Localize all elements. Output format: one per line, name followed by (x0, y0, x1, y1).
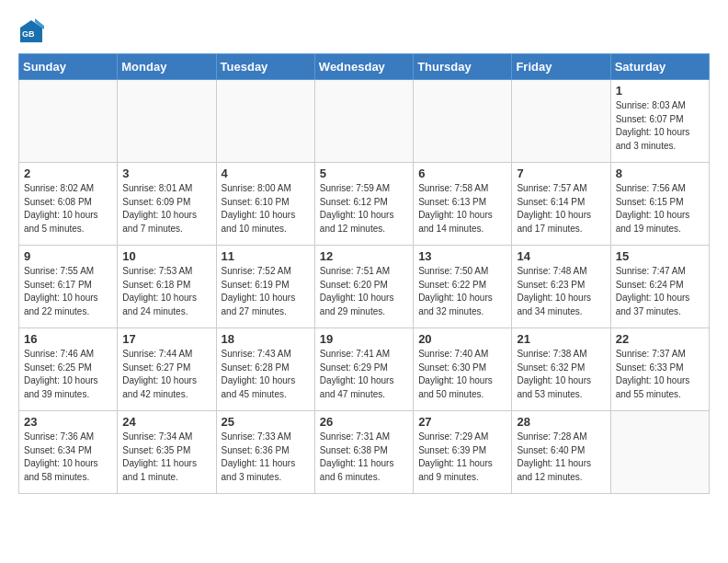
calendar-day-cell: 6Sunrise: 7:58 AM Sunset: 6:13 PM Daylig… (414, 163, 512, 246)
day-number: 19 (320, 332, 408, 346)
day-info: Sunrise: 7:28 AM Sunset: 6:40 PM Dayligh… (517, 431, 605, 484)
calendar-day-cell: 25Sunrise: 7:33 AM Sunset: 6:36 PM Dayli… (216, 411, 314, 494)
calendar-day-cell: 27Sunrise: 7:29 AM Sunset: 6:39 PM Dayli… (414, 411, 512, 494)
day-number: 10 (122, 249, 210, 263)
day-info: Sunrise: 7:48 AM Sunset: 6:23 PM Dayligh… (517, 265, 605, 318)
day-number: 2 (24, 167, 112, 180)
day-number: 16 (24, 332, 112, 346)
day-info: Sunrise: 7:40 AM Sunset: 6:30 PM Dayligh… (418, 348, 506, 401)
calendar-week-row: 16Sunrise: 7:46 AM Sunset: 6:25 PM Dayli… (19, 328, 710, 411)
day-info: Sunrise: 7:47 AM Sunset: 6:24 PM Dayligh… (616, 265, 704, 318)
calendar-day-cell (414, 80, 512, 163)
calendar-day-cell: 17Sunrise: 7:44 AM Sunset: 6:27 PM Dayli… (118, 328, 216, 411)
calendar-day-cell: 1Sunrise: 8:03 AM Sunset: 6:07 PM Daylig… (610, 80, 709, 163)
day-number: 3 (122, 167, 210, 180)
day-number: 23 (24, 415, 112, 429)
day-number: 4 (222, 167, 310, 180)
calendar-day-cell: 19Sunrise: 7:41 AM Sunset: 6:29 PM Dayli… (314, 328, 413, 411)
calendar-day-cell: 3Sunrise: 8:01 AM Sunset: 6:09 PM Daylig… (118, 163, 216, 246)
calendar-day-cell: 13Sunrise: 7:50 AM Sunset: 6:22 PM Dayli… (414, 246, 512, 328)
day-info: Sunrise: 8:02 AM Sunset: 6:08 PM Dayligh… (24, 182, 112, 236)
header: GB (18, 18, 710, 44)
day-number: 28 (517, 415, 605, 429)
calendar-day-cell: 14Sunrise: 7:48 AM Sunset: 6:23 PM Dayli… (512, 246, 610, 328)
day-info: Sunrise: 7:31 AM Sunset: 6:38 PM Dayligh… (320, 431, 408, 484)
day-number: 25 (222, 415, 310, 429)
calendar-week-row: 2Sunrise: 8:02 AM Sunset: 6:08 PM Daylig… (19, 163, 710, 246)
day-info: Sunrise: 7:43 AM Sunset: 6:28 PM Dayligh… (222, 348, 310, 401)
calendar-day-cell: 22Sunrise: 7:37 AM Sunset: 6:33 PM Dayli… (610, 328, 709, 411)
day-number: 15 (616, 249, 704, 263)
day-number: 24 (122, 415, 210, 429)
generalblue-logo-icon: GB (18, 18, 44, 44)
day-number: 26 (320, 415, 408, 429)
calendar-day-cell: 23Sunrise: 7:36 AM Sunset: 6:34 PM Dayli… (19, 411, 118, 494)
svg-text:GB: GB (22, 29, 35, 39)
weekday-header-monday: Monday (118, 54, 216, 80)
day-number: 9 (24, 249, 112, 263)
day-number: 5 (320, 167, 408, 180)
day-number: 6 (418, 167, 506, 180)
day-number: 17 (122, 332, 210, 346)
day-info: Sunrise: 7:59 AM Sunset: 6:12 PM Dayligh… (320, 182, 408, 236)
calendar-day-cell (610, 411, 709, 494)
calendar-day-cell: 4Sunrise: 8:00 AM Sunset: 6:10 PM Daylig… (216, 163, 314, 246)
calendar-table: SundayMondayTuesdayWednesdayThursdayFrid… (18, 53, 710, 494)
day-number: 13 (418, 249, 506, 263)
calendar-day-cell (19, 80, 118, 163)
day-info: Sunrise: 7:53 AM Sunset: 6:18 PM Dayligh… (122, 265, 210, 318)
day-number: 20 (418, 332, 506, 346)
calendar-day-cell (118, 80, 216, 163)
calendar-day-cell: 2Sunrise: 8:02 AM Sunset: 6:08 PM Daylig… (19, 163, 118, 246)
day-info: Sunrise: 8:03 AM Sunset: 6:07 PM Dayligh… (616, 99, 704, 153)
day-info: Sunrise: 7:50 AM Sunset: 6:22 PM Dayligh… (418, 265, 506, 318)
calendar-day-cell: 21Sunrise: 7:38 AM Sunset: 6:32 PM Dayli… (512, 328, 610, 411)
calendar-day-cell: 18Sunrise: 7:43 AM Sunset: 6:28 PM Dayli… (216, 328, 314, 411)
calendar-day-cell: 8Sunrise: 7:56 AM Sunset: 6:15 PM Daylig… (610, 163, 709, 246)
day-info: Sunrise: 7:38 AM Sunset: 6:32 PM Dayligh… (517, 348, 605, 401)
calendar-day-cell: 16Sunrise: 7:46 AM Sunset: 6:25 PM Dayli… (19, 328, 118, 411)
calendar-day-cell: 11Sunrise: 7:52 AM Sunset: 6:19 PM Dayli… (216, 246, 314, 328)
calendar-week-row: 1Sunrise: 8:03 AM Sunset: 6:07 PM Daylig… (19, 80, 710, 163)
day-info: Sunrise: 7:41 AM Sunset: 6:29 PM Dayligh… (320, 348, 408, 401)
day-number: 27 (418, 415, 506, 429)
day-info: Sunrise: 7:33 AM Sunset: 6:36 PM Dayligh… (222, 431, 310, 484)
day-number: 1 (616, 84, 704, 98)
day-number: 14 (517, 249, 605, 263)
day-number: 18 (222, 332, 310, 346)
day-number: 22 (616, 332, 704, 346)
day-info: Sunrise: 7:44 AM Sunset: 6:27 PM Dayligh… (122, 348, 210, 401)
day-info: Sunrise: 7:56 AM Sunset: 6:15 PM Dayligh… (616, 182, 704, 236)
day-info: Sunrise: 7:58 AM Sunset: 6:13 PM Dayligh… (418, 182, 506, 236)
day-info: Sunrise: 8:01 AM Sunset: 6:09 PM Dayligh… (122, 182, 210, 236)
weekday-header-friday: Friday (512, 54, 610, 80)
day-info: Sunrise: 7:37 AM Sunset: 6:33 PM Dayligh… (616, 348, 704, 401)
day-info: Sunrise: 8:00 AM Sunset: 6:10 PM Dayligh… (222, 182, 310, 236)
calendar-day-cell (216, 80, 314, 163)
weekday-header-sunday: Sunday (19, 54, 118, 80)
calendar-day-cell: 10Sunrise: 7:53 AM Sunset: 6:18 PM Dayli… (118, 246, 216, 328)
day-info: Sunrise: 7:52 AM Sunset: 6:19 PM Dayligh… (222, 265, 310, 318)
calendar-day-cell: 7Sunrise: 7:57 AM Sunset: 6:14 PM Daylig… (512, 163, 610, 246)
logo: GB (18, 18, 46, 44)
calendar-day-cell: 24Sunrise: 7:34 AM Sunset: 6:35 PM Dayli… (118, 411, 216, 494)
day-info: Sunrise: 7:36 AM Sunset: 6:34 PM Dayligh… (24, 431, 112, 484)
calendar-day-cell: 9Sunrise: 7:55 AM Sunset: 6:17 PM Daylig… (19, 246, 118, 328)
calendar-day-cell (314, 80, 413, 163)
day-info: Sunrise: 7:46 AM Sunset: 6:25 PM Dayligh… (24, 348, 112, 401)
calendar-day-cell: 28Sunrise: 7:28 AM Sunset: 6:40 PM Dayli… (512, 411, 610, 494)
day-number: 11 (222, 249, 310, 263)
calendar-week-row: 23Sunrise: 7:36 AM Sunset: 6:34 PM Dayli… (19, 411, 710, 494)
day-number: 21 (517, 332, 605, 346)
day-info: Sunrise: 7:34 AM Sunset: 6:35 PM Dayligh… (122, 431, 210, 484)
day-info: Sunrise: 7:55 AM Sunset: 6:17 PM Dayligh… (24, 265, 112, 318)
calendar-day-cell (512, 80, 610, 163)
weekday-header-tuesday: Tuesday (216, 54, 314, 80)
calendar-week-row: 9Sunrise: 7:55 AM Sunset: 6:17 PM Daylig… (19, 246, 710, 328)
day-info: Sunrise: 7:57 AM Sunset: 6:14 PM Dayligh… (517, 182, 605, 236)
day-number: 8 (616, 167, 704, 180)
calendar-day-cell: 5Sunrise: 7:59 AM Sunset: 6:12 PM Daylig… (314, 163, 413, 246)
calendar-day-cell: 20Sunrise: 7:40 AM Sunset: 6:30 PM Dayli… (414, 328, 512, 411)
day-number: 7 (517, 167, 605, 180)
weekday-header-saturday: Saturday (610, 54, 709, 80)
